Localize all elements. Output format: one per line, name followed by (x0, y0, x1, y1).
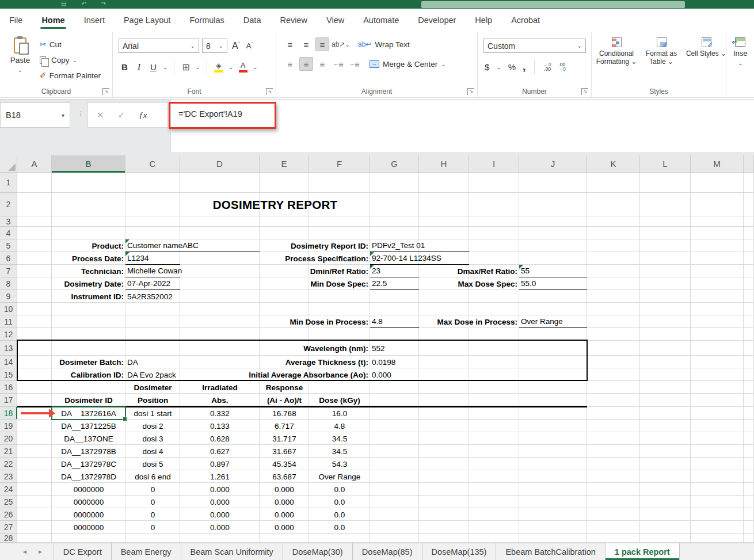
cell-D15[interactable]: Initial Average Absorbance (Ao): (180, 368, 370, 381)
row-header-25[interactable]: 25 (0, 496, 17, 508)
redo-icon[interactable]: ↷ (101, 1, 106, 7)
cell-E7[interactable]: Dmin/Ref Ratio: (260, 265, 370, 277)
cell-B26[interactable]: 0000000 (52, 508, 125, 521)
row-header-23[interactable]: 23 (0, 470, 17, 483)
decrease-font-size-button[interactable]: Aˇ (245, 41, 255, 50)
sheet-tab-dc-export[interactable]: DC Export (54, 543, 112, 560)
cell-B17[interactable]: Dosimeter ID (52, 394, 125, 407)
chevron-down-icon[interactable]: ⌄ (253, 64, 257, 70)
cell-B24[interactable]: 0000000 (52, 483, 125, 496)
cell-C5[interactable]: Customer nameABC (125, 239, 260, 252)
cell-D17[interactable]: Abs. (180, 394, 260, 407)
row-header-14[interactable]: 14 (0, 356, 17, 368)
chevron-down-icon[interactable]: ⌄ (496, 64, 501, 70)
sheet-tab-beam-scan-uniformity[interactable]: Beam Scan Uniformity (181, 543, 283, 560)
row-header-2[interactable]: 2 (0, 193, 17, 216)
cell-C15[interactable]: DA Evo 2pack (125, 368, 180, 381)
menu-tab-insert[interactable]: Insert (84, 9, 105, 32)
chevron-down-icon[interactable]: ⌄ (195, 64, 200, 70)
cell-C25[interactable]: 0 (125, 496, 180, 508)
cell-C8[interactable]: 07-Apr-2022 (125, 277, 180, 290)
paste-button[interactable]: Paste ⌄ (6, 37, 35, 73)
chevron-down-icon[interactable]: ⌄ (73, 57, 77, 63)
cell-E16[interactable]: Response (260, 381, 309, 394)
cell-J11[interactable]: Over Range (519, 315, 587, 328)
cell-H8[interactable]: Max Dose Spec: (419, 277, 519, 290)
underline-button[interactable]: U (148, 62, 158, 72)
chevron-down-icon[interactable]: ⌄ (441, 61, 445, 67)
cell-C6[interactable]: L1234 (125, 252, 180, 265)
percent-style-button[interactable]: % (508, 62, 516, 72)
row-header-28[interactable]: 28 (0, 534, 17, 543)
sheet-tab-ebeam-batchcalibration[interactable]: Ebeam BatchCalibration (496, 543, 605, 560)
cell-D21[interactable]: 0.627 (180, 445, 260, 458)
cell-C24[interactable]: 0 (125, 483, 180, 496)
cell-C9[interactable]: 5A2R352002 (125, 290, 180, 303)
spreadsheet-grid[interactable]: ABCDEFGHIJKLM123456789101112131415161718… (0, 155, 754, 543)
wrap-text-button[interactable]: ab↩ Wrap Text (358, 40, 410, 49)
name-box[interactable]: B18 ▾ (0, 102, 70, 128)
cut-button[interactable]: ✂ Cut (38, 37, 102, 51)
cell-B8[interactable]: Dosimetry Date: (52, 277, 125, 290)
row-header-7[interactable]: 7 (0, 265, 17, 277)
row-header-1[interactable]: 1 (0, 173, 17, 193)
col-header-M[interactable]: M (691, 155, 744, 173)
cell-F20[interactable]: 34.5 (309, 432, 370, 445)
clipboard-dialog-launcher[interactable]: ↘ (102, 88, 109, 95)
col-header-F[interactable]: F (309, 155, 370, 173)
cell-D19[interactable]: 0.133 (180, 420, 260, 432)
cell-F26[interactable]: 0.0 (309, 508, 370, 521)
row-header-17[interactable]: 17 (0, 394, 17, 407)
menu-tab-acrobat[interactable]: Acrobat (511, 9, 540, 32)
row-header-16[interactable]: 16 (0, 381, 17, 394)
chevron-down-icon[interactable]: ⌄ (738, 60, 742, 66)
col-header-D[interactable]: D (180, 155, 260, 173)
cell-G5[interactable]: PDFv2_Test 01 (370, 239, 469, 252)
cell-D18[interactable]: 0.332 (180, 407, 260, 420)
cell-G7[interactable]: 23 (370, 265, 419, 277)
formula-bar-grip[interactable]: ⁝ (79, 109, 82, 117)
sheet-tab-dosemap-30-[interactable]: DoseMap(30) (283, 543, 353, 560)
row-header-19[interactable]: 19 (0, 420, 17, 432)
next-sheet-icon[interactable]: ► (37, 548, 43, 555)
chevron-down-icon[interactable]: ▾ (62, 112, 64, 119)
cell-D2[interactable]: DOSIMETRY REPORT (180, 193, 370, 216)
cell-G13[interactable]: 552 (370, 341, 419, 356)
row-header-18[interactable]: 18 (0, 407, 17, 420)
chevron-down-icon[interactable]: ⌄ (18, 67, 22, 73)
styles-button-cs[interactable]: ✐Cell Styles ⌄ (685, 37, 728, 66)
orientation-button[interactable]: ab↗⌄ (332, 37, 350, 51)
cell-E5[interactable]: Dosimetry Report ID: (260, 239, 370, 252)
cell-E13[interactable]: Wavelength (nm): (260, 341, 370, 356)
cell-F22[interactable]: 54.3 (309, 458, 370, 470)
col-header-L[interactable]: L (640, 155, 691, 173)
cell-C22[interactable]: dosi 5 (125, 458, 180, 470)
bottom-align-button[interactable]: ≡ (315, 37, 329, 51)
cell-E21[interactable]: 31.667 (260, 445, 309, 458)
cell-G15[interactable]: 0.000 (370, 368, 419, 381)
format-painter-button[interactable]: ✐ Format Painter (38, 68, 102, 82)
increase-decimal-button[interactable]: ←0.00 (543, 62, 551, 71)
menu-tab-data[interactable]: Data (243, 9, 261, 32)
sheet-tab-1-pack-report[interactable]: 1 pack Report (606, 543, 680, 560)
cell-E17[interactable]: (Ai - Ao)/t (260, 394, 309, 407)
row-header-20[interactable]: 20 (0, 432, 17, 445)
col-header-I[interactable]: I (469, 155, 519, 173)
cell-J7[interactable]: 55 (519, 265, 587, 277)
alignment-dialog-launcher[interactable]: ↘ (467, 88, 474, 95)
cell-B5[interactable]: Product: (52, 239, 125, 252)
cell-C20[interactable]: dosi 3 (125, 432, 180, 445)
row-header-11[interactable]: 11 (0, 315, 17, 328)
styles-button-cf[interactable]: Conditional Formatting ⌄ (595, 37, 638, 66)
cell-E22[interactable]: 45.354 (260, 458, 309, 470)
cell-C19[interactable]: dosi 2 (125, 420, 180, 432)
cell-H11[interactable]: Max Dose in Process: (419, 315, 519, 328)
copy-button[interactable]: Copy ⌄ (38, 53, 102, 67)
cell-B22[interactable]: DA__1372978C (52, 458, 125, 470)
borders-button[interactable]: ⊞ (181, 62, 191, 73)
cell-C23[interactable]: dosi 6 end (125, 470, 180, 483)
menu-tab-file[interactable]: File (9, 9, 22, 32)
cell-D22[interactable]: 0.897 (180, 458, 260, 470)
menu-tab-view[interactable]: View (326, 9, 344, 32)
number-format-select[interactable]: Custom⌄ (483, 39, 586, 53)
